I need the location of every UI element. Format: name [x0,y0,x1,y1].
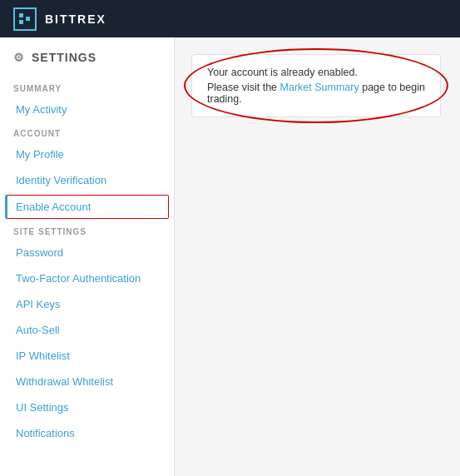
sidebar-item-my-profile[interactable]: My Profile [0,141,174,167]
gear-icon: ⚙ [13,51,25,64]
sidebar-item-label: API Keys [16,298,60,310]
sidebar-item-two-factor[interactable]: Two-Factor Authentication [0,265,174,291]
sidebar-item-label: UI Settings [16,401,69,414]
notice-line2-prefix: Please visit the [207,82,280,93]
market-summary-link[interactable]: Market Summary [280,82,359,93]
section-label-account: ACCOUNT [0,122,174,141]
sidebar-item-label: My Profile [16,148,64,161]
section-label-summary: SUMMARY [0,77,174,97]
sidebar-item-enable-account[interactable]: Enable Account [5,195,169,219]
sidebar-item-label: Two-Factor Authentication [16,272,141,285]
logo-text: BITTREX [45,12,106,26]
sidebar-item-label: Auto-Sell [16,324,60,336]
header: BITTREX [0,0,460,37]
logo-icon [13,7,37,31]
section-label-site-settings: SITE SETTINGS [0,221,174,240]
sidebar-item-label: Password [16,246,63,259]
notice-line2: Please visit the Market Summary page to … [207,82,425,105]
sidebar-item-api-keys[interactable]: API Keys [0,291,174,317]
sidebar-item-ui-settings[interactable]: UI Settings [0,394,174,420]
sidebar-item-withdrawal-whitelist[interactable]: Withdrawal Whitelist [0,369,174,394]
sidebar-item-label: Identity Verification [16,174,106,186]
sidebar-item-my-activity[interactable]: My Activity [0,97,174,122]
sidebar: ⚙ SETTINGS SUMMARY My Activity ACCOUNT M… [0,37,175,476]
sidebar-item-label: IP Whitelist [16,350,70,362]
svg-rect-2 [26,17,30,21]
sidebar-item-password[interactable]: Password [0,240,174,265]
main-content: Your account is already enabled. Please … [175,37,460,476]
sidebar-item-label: Enable Account [16,201,91,213]
bittrex-svg-icon [18,12,32,26]
notice-box: Your account is already enabled. Please … [191,54,441,117]
sidebar-item-label: My Activity [16,103,67,116]
notice-line1: Your account is already enabled. [207,67,425,78]
settings-title: ⚙ SETTINGS [0,51,174,77]
sidebar-item-label: Withdrawal Whitelist [16,375,113,388]
svg-rect-0 [19,13,23,17]
layout: ⚙ SETTINGS SUMMARY My Activity ACCOUNT M… [0,37,460,476]
sidebar-item-identity-verification[interactable]: Identity Verification [0,167,174,193]
svg-rect-1 [19,20,23,24]
sidebar-item-auto-sell[interactable]: Auto-Sell [0,317,174,343]
sidebar-item-label: Notifications [16,427,75,439]
logo: BITTREX [13,7,106,31]
sidebar-item-ip-whitelist[interactable]: IP Whitelist [0,343,174,369]
settings-label: SETTINGS [32,51,96,64]
sidebar-item-notifications[interactable]: Notifications [0,420,174,446]
